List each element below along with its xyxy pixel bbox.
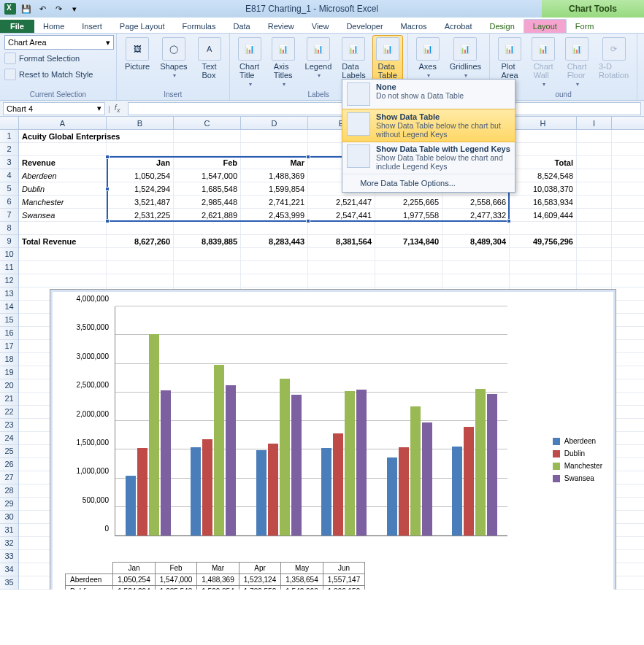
cell-A3[interactable]: Revenue [19,156,107,169]
row-header-3[interactable]: 3 [0,156,18,169]
chart-element-combo[interactable]: Chart Area▾ [4,35,114,50]
cell-B2[interactable] [107,143,174,155]
row-header-4[interactable]: 4 [0,169,18,182]
row-header-35[interactable]: 35 [0,576,18,590]
tab-file[interactable]: File [0,20,34,33]
tab-layout[interactable]: Layout [524,19,567,33]
cell-C7[interactable]: 2,621,889 [174,209,241,221]
row-header-18[interactable]: 18 [0,353,18,366]
col-header-I[interactable]: I [577,117,612,129]
cell-D5[interactable]: 1,599,854 [241,182,308,195]
cell-G9[interactable]: 8,489,304 [442,235,510,247]
row-header-27[interactable]: 27 [0,471,18,484]
col-header-A[interactable]: A [19,117,107,129]
legend-button[interactable]: 📊Legend [302,35,336,81]
cell-B3[interactable]: Jan [107,156,174,169]
cell-C1[interactable] [174,130,241,142]
bar-Swansea-Feb[interactable] [226,385,236,536]
cell-A9[interactable]: Total Revenue [19,235,107,247]
cell-C9[interactable]: 8,839,885 [174,235,241,247]
undo-icon[interactable]: ↶ [35,2,50,15]
cell-A10[interactable] [19,248,107,260]
cell-D2[interactable] [241,143,308,155]
shapes-button[interactable]: ◯Shapes [156,35,191,81]
cell-I9[interactable] [577,235,612,247]
row-header-34[interactable]: 34 [0,563,18,576]
gridlines-button[interactable]: 📊Gridlines [446,35,485,81]
cell-C6[interactable]: 2,985,448 [174,196,241,208]
cell-A4[interactable]: Aberdeen [19,169,107,182]
tab-formulas[interactable]: Formulas [174,20,225,33]
row-header-7[interactable]: 7 [0,209,18,222]
row-header-22[interactable]: 22 [0,406,18,419]
cell-B11[interactable] [107,261,174,274]
bar-Swansea-Jan[interactable] [161,390,171,536]
cell-C5[interactable]: 1,685,548 [174,182,241,195]
row-header-13[interactable]: 13 [0,287,18,301]
cell-B7[interactable]: 2,531,225 [107,209,174,221]
tab-review[interactable]: Review [259,20,303,33]
plot-area[interactable] [115,306,507,536]
cell-G10[interactable] [442,248,510,260]
cell-E12[interactable] [308,274,375,287]
cell-F8[interactable] [375,222,442,234]
cell-D12[interactable] [241,274,308,287]
cell-H9[interactable]: 49,756,296 [510,235,577,247]
tab-developer[interactable]: Developer [337,20,391,33]
tab-macros[interactable]: Macros [392,20,436,33]
cell-B12[interactable] [107,274,174,287]
tab-home[interactable]: Home [34,20,73,33]
row-header-17[interactable]: 17 [0,340,18,353]
dd-option-none[interactable]: NoneDo not show a Data Table [342,80,515,109]
cell-I4[interactable] [577,169,612,182]
dd-more-options[interactable]: More Data Table Options... [342,174,515,192]
cell-H1[interactable] [510,130,577,142]
cell-F6[interactable]: 2,255,665 [375,196,442,208]
bar-Dublin-Mar[interactable] [268,444,278,536]
row-header-24[interactable]: 24 [0,432,18,445]
legend-item-Manchester[interactable]: Manchester [553,462,602,470]
select-all-corner[interactable] [0,117,19,129]
row-header-25[interactable]: 25 [0,445,18,458]
tab-view[interactable]: View [303,20,338,33]
legend-item-Swansea[interactable]: Swansea [553,474,602,482]
cell-A7[interactable]: Swansea [19,209,107,221]
cell-D11[interactable] [241,261,308,274]
cell-D1[interactable] [241,130,308,142]
cell-G12[interactable] [442,274,510,287]
col-header-D[interactable]: D [241,117,308,129]
bar-Aberdeen-Feb[interactable] [191,447,201,536]
cell-C2[interactable] [174,143,241,155]
row-header-28[interactable]: 28 [0,484,18,498]
cell-I3[interactable] [577,156,612,169]
bar-Manchester-Apr[interactable] [345,391,355,536]
textbox-button[interactable]: AText Box [194,35,225,82]
format-selection-button[interactable]: Format Selection [4,51,80,66]
legend-item-Aberdeen[interactable]: Aberdeen [553,437,602,445]
fx-label[interactable]: fx [115,103,120,114]
cell-D3[interactable]: Mar [241,156,308,169]
row-header-30[interactable]: 30 [0,511,18,524]
bar-Aberdeen-Mar[interactable] [256,450,267,536]
tab-pagelayout[interactable]: Page Layout [111,20,174,33]
cell-A8[interactable] [19,222,107,234]
cell-E8[interactable] [308,222,375,234]
cell-H11[interactable] [510,261,577,274]
save-icon[interactable]: 💾 [19,2,34,15]
bar-Dublin-Jun[interactable] [464,427,474,536]
embedded-chart[interactable]: 0500,0001,000,0001,500,0002,000,0002,500… [50,289,616,590]
row-header-14[interactable]: 14 [0,301,18,314]
row-header-6[interactable]: 6 [0,196,18,209]
cell-A6[interactable]: Manchester [19,196,107,208]
cell-I1[interactable] [577,130,612,142]
cell-A1[interactable]: Acuity Global Enterprises [19,130,107,142]
cell-B10[interactable] [107,248,174,260]
cell-A12[interactable] [19,274,107,287]
row-header-15[interactable]: 15 [0,314,18,327]
dd-option-show[interactable]: Show Data TableShow Data Table below the… [342,109,515,142]
cell-B9[interactable]: 8,627,260 [107,235,174,247]
tab-insert[interactable]: Insert [73,20,111,33]
cell-F11[interactable] [375,261,442,274]
cell-A2[interactable] [19,143,107,155]
cell-H10[interactable] [510,248,577,260]
